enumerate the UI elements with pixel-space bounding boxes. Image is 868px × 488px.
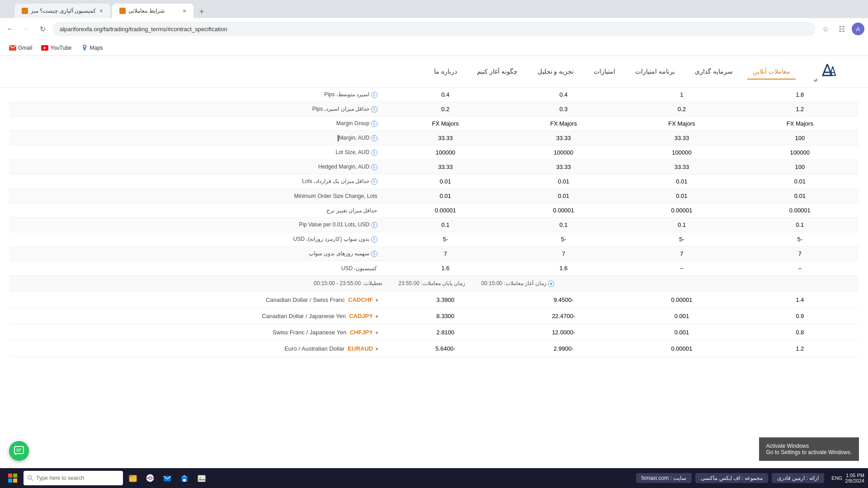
tab-bar: کمیسیون آلپاری چیست؟ مبز × شرایط معاملات… (0, 0, 868, 18)
info-icon[interactable]: i (371, 135, 377, 141)
cell-cadchf-col3: -9.4500 (505, 291, 623, 308)
cell-r5-label: i Lot Size, AUD (9, 145, 387, 160)
tab-favicon-2 (119, 8, 126, 14)
currency-code-euraud: EURAUD (348, 345, 373, 352)
cell-r1-c4: 0.4 (387, 88, 505, 102)
nav-investing[interactable]: سرمایه گذاری (689, 64, 738, 80)
expand-euraud[interactable]: ▼ (375, 347, 379, 352)
cell-r8-label: Minimum Order Size Change, Lots (9, 189, 387, 203)
cell-euraud-col3: -2.9900 (505, 340, 623, 357)
website: الف ایکس ماکسی معاملات آنلاین سرمایه گذا… (0, 56, 868, 357)
gmail-favicon (9, 44, 16, 52)
currency-row-cadjpy: 0.9 0.001 -22.4700 8.3300 ▼ Canadian Dol… (9, 308, 859, 324)
cell-r1-c3: 0.4 (505, 88, 623, 102)
reload-button[interactable]: ↻ (36, 23, 49, 35)
nav-analysis[interactable]: تجزیه و تحلیل (532, 64, 580, 80)
cell-r9-c2: 0.00001 (623, 203, 741, 218)
info-icon[interactable]: i (371, 121, 377, 127)
table-row: 1.8 1 0.4 0.4 i اسپرد متوسط، Pips (9, 88, 859, 102)
expand-cadchf[interactable]: ▼ (375, 298, 379, 303)
cell-chfjpy-col1: 0.8 (741, 324, 859, 340)
currency-row-chfjpy: 0.8 0.001 -12.0000 2.8100 ▼ Swiss Franc … (9, 324, 859, 340)
info-icon[interactable]: i (371, 236, 377, 243)
bookmark-youtube[interactable]: YouTube (38, 43, 75, 52)
tab-close-2[interactable]: × (183, 7, 186, 14)
cell-r13-c1: – (741, 261, 859, 276)
info-icon[interactable]: i (371, 178, 377, 185)
cell-r2-c3: 0.3 (505, 102, 623, 117)
svg-text:الف ایکس ماکسی: الف ایکس ماکسی (814, 78, 817, 82)
cell-r3-c1: FX Majors (741, 117, 859, 131)
info-icon[interactable]: i (371, 106, 377, 113)
nav-trading[interactable]: معاملات آنلاین (747, 64, 796, 80)
tab-favicon-1 (22, 8, 28, 14)
cell-cadchf-col4: 3.3900 (387, 291, 505, 308)
cell-r6-c3: 33.33 (505, 160, 623, 174)
tab-2[interactable]: شرایط معاملاتی × (112, 4, 193, 18)
cell-r4-label: i Margin, AUD (9, 131, 387, 145)
cell-cadjpy-col2: 0.001 (623, 308, 741, 324)
cell-cadjpy-col1: 0.9 (741, 308, 859, 324)
cell-r4-c1: 100 (741, 131, 859, 145)
address-bar[interactable] (52, 22, 816, 36)
table-row: – – 1.6 1.6 کمیسیون، USD (9, 261, 859, 276)
cell-cadjpy-col3: -22.4700 (505, 308, 623, 324)
cell-r9-c4: 0.00001 (387, 203, 505, 218)
cell-r5-c2: 100000 (623, 145, 741, 160)
cell-r6-c4: 33.33 (387, 160, 505, 174)
cell-r12-label: i سهمیه روزهای بدون سواپ (9, 247, 387, 261)
cell-r3-c3: FX Majors (505, 117, 623, 131)
table-row: 7 7 7 7 i سهمیه روزهای بدون سواپ (9, 247, 859, 261)
site-header: الف ایکس ماکسی معاملات آنلاین سرمایه گذا… (0, 56, 868, 88)
cell-r10-c3: 0.1 (505, 218, 623, 232)
info-icon[interactable]: i (371, 251, 377, 257)
back-button[interactable]: ← (4, 23, 16, 35)
cell-r3-c2: FX Majors (623, 117, 741, 131)
bookmark-star[interactable]: ☆ (819, 23, 832, 35)
table-row: 1.2 0.2 0.3 0.2 i حداقل میزان اسپرد، Pip… (9, 102, 859, 117)
nav-programs[interactable]: برنامه امتیازات (630, 64, 680, 80)
bookmark-gmail[interactable]: Gmail (5, 43, 36, 52)
bookmarks-bar: Gmail YouTube Maps (0, 40, 868, 56)
table-row: 100000 100000 100000 100000 i Lot Size, … (9, 145, 859, 160)
cell-r1-c1: 1.8 (741, 88, 859, 102)
profile-button[interactable]: A (852, 23, 864, 35)
cell-r13-c3: 1.6 (505, 261, 623, 276)
trading-table: 1.8 1 0.4 0.4 i اسپرد متوسط، Pips 1.2 0.… (9, 88, 859, 357)
nav-about[interactable]: درباره ما (429, 64, 462, 80)
cell-r4-c4: 33.33 (387, 131, 505, 145)
clock-icon[interactable]: ● (548, 281, 554, 287)
cell-r12-c4: 7 (387, 247, 505, 261)
cell-r7-c1: 0.01 (741, 174, 859, 189)
forward-button[interactable]: → (20, 23, 33, 35)
expand-cadjpy[interactable]: ▼ (375, 314, 379, 319)
new-tab-button[interactable]: + (195, 5, 208, 18)
info-icon[interactable]: i (371, 92, 377, 98)
tab-close-1[interactable]: × (99, 7, 103, 14)
youtube-favicon (41, 44, 48, 52)
info-icon[interactable]: i (371, 222, 377, 228)
cell-r8-c4: 0.01 (387, 189, 505, 203)
cell-r5-c1: 100000 (741, 145, 859, 160)
info-icon[interactable]: i (371, 150, 377, 156)
bookmark-maps[interactable]: Maps (77, 43, 107, 52)
bookmark-maps-label: Maps (90, 45, 103, 51)
cell-r4-c3: 33.33 (505, 131, 623, 145)
time-info-cell: ● زمان آغاز معاملات: 00:15:00 زمان پایان… (9, 276, 859, 292)
expand-chfjpy[interactable]: ▼ (375, 330, 379, 335)
cell-r11-label: i بدون سواپ (کارمزد روزانه)، USD (9, 232, 387, 247)
cell-r13-label: کمیسیون، USD (9, 261, 387, 276)
extensions-button[interactable]: ☷ (835, 23, 848, 35)
maps-favicon (81, 44, 88, 52)
site-logo[interactable]: الف ایکس ماکسی (814, 60, 850, 84)
tab-1[interactable]: کمیسیون آلپاری چیست؟ مبز × (14, 4, 110, 18)
cell-r12-c3: 7 (505, 247, 623, 261)
info-icon[interactable]: i (371, 164, 377, 170)
currency-row-euraud: 1.2 0.00001 -2.9900 -5.6400 ▼ Euro / Aus… (9, 340, 859, 357)
cell-r2-c1: 1.2 (741, 102, 859, 117)
bookmark-gmail-label: Gmail (18, 45, 32, 51)
cell-r5-c3: 100000 (505, 145, 623, 160)
nav-privileges[interactable]: امتیازات (588, 64, 621, 80)
nav-howto[interactable]: چگونه آغاز کنیم (472, 64, 523, 80)
cell-r2-label: i حداقل میزان اسپرد، Pips (9, 102, 387, 117)
